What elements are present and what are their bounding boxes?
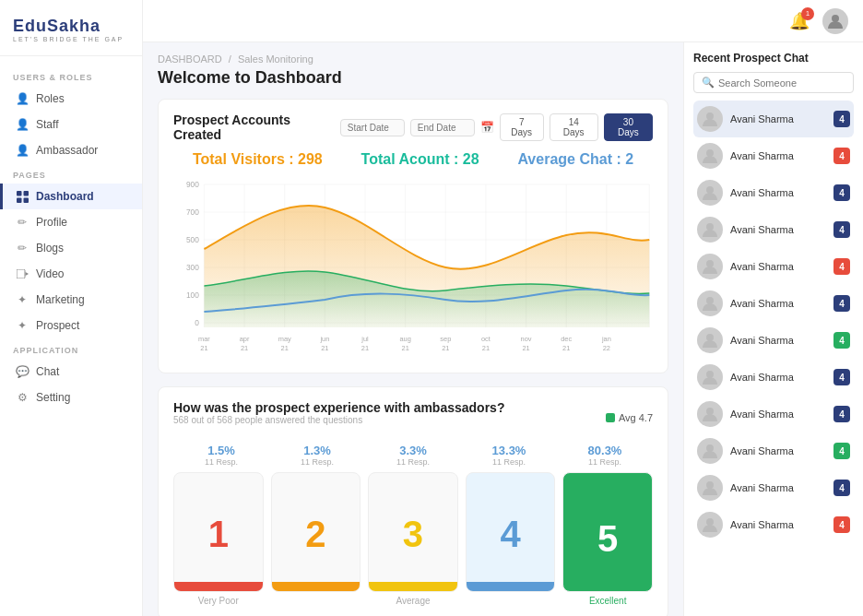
- chat-item-5[interactable]: Avani Sharma 4: [693, 285, 854, 322]
- experience-title-wrapper: How was the prospect experience with amb…: [173, 400, 504, 434]
- star-icon-marketing: ✦: [16, 293, 29, 306]
- chat-badge-8: 4: [833, 406, 850, 422]
- period-7days[interactable]: 7 Days: [500, 113, 544, 141]
- sidebar-item-setting[interactable]: ⚙ Setting: [0, 385, 142, 410]
- svg-text:21: 21: [361, 344, 369, 352]
- sidebar-item-marketing[interactable]: ✦ Marketing: [0, 287, 142, 313]
- sidebar-item-roles[interactable]: 👤 Roles: [0, 86, 142, 112]
- chat-item-9[interactable]: Avani Sharma 4: [693, 432, 854, 469]
- sidebar-item-dashboard[interactable]: Dashboard: [0, 184, 142, 209]
- rating-col-3: 3.3% 11 Resp.: [370, 444, 456, 467]
- user-avatar[interactable]: [822, 8, 848, 34]
- chat-avatar-0: [697, 106, 723, 132]
- rating-number-5: 5: [563, 486, 652, 591]
- chat-item-10[interactable]: Avani Sharma 4: [693, 469, 854, 506]
- sidebar-item-profile[interactable]: ✏ Profile: [0, 209, 142, 235]
- rating-percentages-row: 1.5% 11 Resp. 1.3% 11 Resp. 3.3% 11 Resp…: [173, 444, 653, 467]
- chat-avatar-3: [697, 217, 723, 243]
- svg-point-57: [706, 260, 714, 267]
- period-30days[interactable]: 30 Days: [604, 113, 653, 141]
- stats-row: Total Visitors : 298 Total Acount : 28 A…: [173, 151, 653, 168]
- chat-item-1[interactable]: Avani Sharma 4: [693, 137, 854, 174]
- search-input[interactable]: [718, 77, 845, 89]
- sidebar-item-staff[interactable]: 👤 Staff: [0, 112, 142, 137]
- chat-avatar-5: [697, 290, 723, 316]
- chat-badge-2: 4: [833, 184, 850, 201]
- chat-item-0[interactable]: Avani Sharma 4: [693, 101, 854, 137]
- svg-text:0: 0: [195, 318, 199, 327]
- notification-badge: 1: [801, 7, 814, 20]
- chat-badge-11: 4: [833, 516, 850, 533]
- chat-avatar-1: [697, 143, 723, 169]
- pencil-icon-profile: ✏: [16, 216, 29, 229]
- sidebar-item-prospect[interactable]: ✦ Prospect: [0, 313, 142, 338]
- sidebar-item-chat[interactable]: 💬 Chat: [0, 359, 142, 385]
- sidebar-label-blogs: Blogs: [36, 242, 64, 255]
- notification-button[interactable]: 🔔 1: [789, 11, 810, 31]
- svg-rect-0: [17, 191, 22, 196]
- svg-text:oct: oct: [481, 335, 491, 343]
- rating-resp-3: 11 Resp.: [370, 457, 456, 467]
- video-icon: [16, 267, 29, 280]
- sidebar-item-blogs[interactable]: ✏ Blogs: [0, 235, 142, 261]
- chart-container: 900 700 500 300 100 0: [173, 175, 653, 360]
- chat-badge-5: 4: [833, 295, 850, 312]
- chat-name-3: Avani Sharma: [730, 224, 826, 235]
- chat-name-2: Avani Sharma: [730, 187, 826, 198]
- start-date-input[interactable]: [340, 119, 405, 136]
- svg-point-60: [706, 371, 714, 378]
- card-title-prospect: Prospect Accounts Created: [173, 113, 340, 142]
- sidebar-label-chat: Chat: [36, 365, 59, 378]
- rating-number-1: 1: [174, 486, 263, 582]
- rating-col-1: 1.5% 11 Resp.: [178, 444, 265, 467]
- svg-text:mar: mar: [198, 335, 210, 343]
- rating-number-4: 4: [467, 486, 555, 582]
- sidebar-item-video[interactable]: Video: [0, 261, 142, 287]
- chat-item-8[interactable]: Avani Sharma 4: [693, 396, 854, 432]
- breadcrumb-separator: /: [229, 53, 231, 65]
- sidebar: EduSakha LET'S BRIDGE THE GAP USERS & RO…: [0, 0, 143, 616]
- svg-text:21: 21: [321, 344, 328, 352]
- rating-col-4: 13.3% 11 Resp.: [466, 444, 552, 467]
- chat-item-6[interactable]: Avani Sharma 4: [693, 322, 854, 359]
- chat-item-2[interactable]: Avani Sharma 4: [693, 174, 854, 211]
- rating-pct-1: 1.5%: [178, 444, 265, 457]
- svg-text:21: 21: [482, 344, 490, 352]
- sidebar-label-roles: Roles: [36, 92, 65, 105]
- rating-card-3-wrapper: 3 Average: [368, 472, 458, 606]
- svg-text:21: 21: [402, 344, 409, 352]
- chat-item-3[interactable]: Avani Sharma 4: [693, 211, 854, 248]
- end-date-input[interactable]: [410, 119, 475, 136]
- rating-col-5: 80.3% 11 Resp.: [562, 444, 648, 467]
- svg-text:21: 21: [562, 344, 570, 352]
- svg-text:100: 100: [186, 290, 199, 300]
- chat-avatar-11: [697, 512, 723, 538]
- chat-avatar-2: [697, 180, 723, 206]
- search-box[interactable]: 🔍: [693, 72, 854, 93]
- stat-chat-value: Average Chat : 2: [517, 151, 633, 168]
- logo: EduSakha LET'S BRIDGE THE GAP: [0, 9, 142, 56]
- rating-label-5: Excellent: [562, 596, 653, 606]
- svg-text:jun: jun: [319, 335, 329, 343]
- chat-avatar-7: [697, 364, 723, 390]
- chat-name-10: Avani Sharma: [730, 482, 826, 493]
- svg-text:jul: jul: [361, 335, 369, 343]
- sidebar-label-video: Video: [36, 267, 64, 280]
- sidebar-item-ambassador[interactable]: 👤 Ambassador: [0, 137, 142, 163]
- svg-text:21: 21: [281, 344, 289, 352]
- chat-name-7: Avani Sharma: [730, 372, 826, 383]
- chat-item-11[interactable]: Avani Sharma 4: [693, 506, 854, 543]
- avg-badge: Avg 4.7: [606, 412, 653, 423]
- chat-item-7[interactable]: Avani Sharma 4: [693, 359, 854, 396]
- svg-text:21: 21: [522, 344, 529, 352]
- chat-item-4[interactable]: Avani Sharma 4: [693, 248, 854, 285]
- period-14days[interactable]: 14 Days: [550, 113, 598, 141]
- svg-rect-3: [23, 197, 29, 203]
- star-icon-prospect: ✦: [16, 319, 29, 332]
- svg-point-64: [706, 518, 714, 526]
- svg-text:may: may: [278, 335, 291, 343]
- svg-text:jan: jan: [601, 335, 611, 343]
- rating-card-5-wrapper: 5 Excellent: [562, 472, 653, 606]
- rating-resp-1: 11 Resp.: [178, 457, 265, 467]
- stat-total-visitors: Total Visitors : 298: [193, 151, 323, 168]
